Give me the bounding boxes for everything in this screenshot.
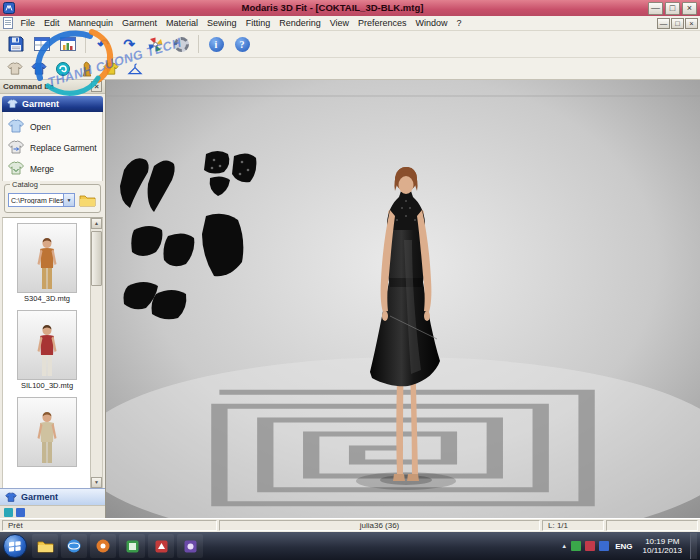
panel-mini-icon-2[interactable] <box>16 508 25 517</box>
help-button[interactable]: ? <box>230 33 254 55</box>
garment-panel-title: Garment <box>22 99 59 109</box>
titlebar[interactable]: Modaris 3D Fit - [COKTAIL_3D-BLK.mtg] — … <box>0 0 700 16</box>
close-button[interactable]: × <box>682 2 697 15</box>
chart-window-button[interactable] <box>56 33 80 55</box>
start-button[interactable] <box>3 534 27 558</box>
thumbnail-image <box>17 310 77 380</box>
child-restore-button[interactable]: □ <box>671 18 684 29</box>
child-minimize-button[interactable]: — <box>657 18 670 29</box>
secondary-toolbar <box>0 58 700 80</box>
menu-view[interactable]: View <box>325 16 353 30</box>
menu-mannequin[interactable]: Mannequin <box>64 16 118 30</box>
menu-rendering[interactable]: Rendering <box>275 16 326 30</box>
pattern-piece-button[interactable] <box>4 59 25 78</box>
app-icon <box>3 2 15 14</box>
menu-preferences[interactable]: Preferences <box>354 16 412 30</box>
tray-expand-icon[interactable]: ▲ <box>561 543 567 549</box>
clock-date: 10/11/2013 <box>643 546 682 556</box>
taskbar-app-red-icon[interactable] <box>148 534 174 558</box>
menu-window[interactable]: Window <box>411 16 452 30</box>
mannequin-figure-icon <box>27 323 67 379</box>
dropdown-arrow-icon[interactable]: ▼ <box>63 194 74 206</box>
taskbar-app-purple-icon[interactable] <box>177 534 203 558</box>
status-mannequin: julia36 (36) <box>219 520 540 531</box>
save-button[interactable] <box>4 33 28 55</box>
show-desktop-button[interactable] <box>690 533 697 559</box>
redo-button[interactable]: ↷ <box>117 33 141 55</box>
child-close-button[interactable]: × <box>685 18 698 29</box>
menu-file[interactable]: File <box>16 16 40 30</box>
clock[interactable]: 10:19 PM 10/11/2013 <box>639 537 686 556</box>
chart-window-icon <box>59 35 77 53</box>
list-scrollbar[interactable]: ▲ ▼ <box>90 218 102 488</box>
replace-garment-button[interactable]: Replace Garment <box>3 137 102 158</box>
menubar: File Edit Mannequin Garment Material Sew… <box>0 16 700 31</box>
shirt-yellow-icon <box>103 61 119 77</box>
shirt-yellow-button[interactable] <box>100 59 121 78</box>
mannequin-gold-icon <box>80 61 94 77</box>
replace-garment-label: Replace Garment <box>30 143 97 153</box>
garment-thumbnail-2[interactable]: SIL100_3D.mtg <box>14 310 80 390</box>
color-wheel-icon <box>147 36 164 53</box>
swirl-button[interactable] <box>52 59 73 78</box>
taskbar-app-green-icon[interactable] <box>119 534 145 558</box>
folder-icon <box>79 193 96 207</box>
info-icon: i <box>209 37 224 52</box>
gear-icon <box>174 37 189 52</box>
toolbar-separator <box>198 35 199 53</box>
mannequin-button[interactable] <box>76 59 97 78</box>
application-window: Modaris 3D Fit - [COKTAIL_3D-BLK.mtg] — … <box>0 0 700 560</box>
garment-thumbnail-1[interactable]: S304_3D.mtg <box>14 223 80 303</box>
merge-garment-button[interactable]: Merge <box>3 158 102 179</box>
scroll-up-button[interactable]: ▲ <box>91 218 102 229</box>
thumbnail-label: SIL100_3D.mtg <box>14 381 80 390</box>
maximize-button[interactable]: □ <box>665 2 680 15</box>
info-button[interactable]: i <box>204 33 228 55</box>
catalog-label: Catalog <box>10 180 40 189</box>
color-wheel-button[interactable] <box>143 33 167 55</box>
window-title: Modaris 3D Fit - [COKTAIL_3D-BLK.mtg] <box>19 0 646 16</box>
garment-tab[interactable]: Garment <box>0 488 105 505</box>
taskbar-explorer-icon[interactable] <box>32 534 58 558</box>
taskbar-browser-icon[interactable] <box>61 534 87 558</box>
viewport-3d[interactable] <box>106 80 700 518</box>
layout-window-button[interactable] <box>30 33 54 55</box>
menu-sewing[interactable]: Sewing <box>203 16 242 30</box>
scrollbar-thumb[interactable] <box>91 231 102 286</box>
garment-button[interactable] <box>28 59 49 78</box>
system-tray: ▲ ENG 10:19 PM 10/11/2013 <box>561 533 697 559</box>
hanger-icon <box>127 61 143 77</box>
hanger-button[interactable] <box>124 59 145 78</box>
garment-list: S304_3D.mtg SIL100_ <box>2 217 103 488</box>
catalog-path-select[interactable]: C:\Program Files\Le ▼ <box>8 193 75 207</box>
menu-material[interactable]: Material <box>162 16 203 30</box>
garment-thumbnail-3[interactable] <box>14 397 80 467</box>
merge-shirt-icon <box>7 161 25 176</box>
scroll-down-button[interactable]: ▼ <box>91 477 102 488</box>
menu-help[interactable]: ? <box>452 16 466 30</box>
menu-garment[interactable]: Garment <box>118 16 162 30</box>
tray-red-icon[interactable] <box>585 541 595 551</box>
settings-gear-button[interactable] <box>169 33 193 55</box>
command-bar-header[interactable]: Command ba × <box>0 80 105 94</box>
close-panel-button[interactable]: × <box>91 81 102 92</box>
scrollbar-track[interactable] <box>91 229 102 477</box>
garment-actions: Open Replace Garment Merge <box>2 112 103 181</box>
minimize-button[interactable]: — <box>648 2 663 15</box>
mannequin-figure-icon <box>27 410 67 466</box>
merge-label: Merge <box>30 164 54 174</box>
tray-blue-icon[interactable] <box>599 541 609 551</box>
statusbar: Prêt julia36 (36) L: 1/1 <box>0 518 700 532</box>
tray-green-icon[interactable] <box>571 541 581 551</box>
swirl-icon <box>55 61 71 77</box>
language-indicator[interactable]: ENG <box>613 542 634 551</box>
menu-fitting[interactable]: Fitting <box>241 16 275 30</box>
garment-blue-icon <box>31 61 47 77</box>
open-garment-button[interactable]: Open <box>3 116 102 137</box>
panel-mini-icon-1[interactable] <box>4 508 13 517</box>
menu-edit[interactable]: Edit <box>40 16 65 30</box>
undo-button[interactable]: ↶ <box>91 33 115 55</box>
mannequin-figure-icon <box>27 236 67 292</box>
taskbar-media-icon[interactable] <box>90 534 116 558</box>
browse-folder-button[interactable] <box>77 192 97 208</box>
